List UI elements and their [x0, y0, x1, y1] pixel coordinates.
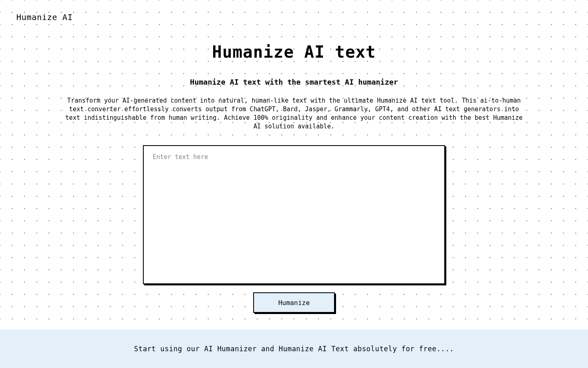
page-title: Humanize AI text — [212, 43, 376, 61]
main-content: Humanize AI text Humanize AI text with t… — [0, 22, 588, 313]
promo-banner: Start using our AI Humanizer and Humaniz… — [0, 330, 588, 368]
logo[interactable]: Humanize AI — [16, 12, 572, 22]
humanize-button[interactable]: Humanize — [253, 292, 335, 313]
page-description: Transform your AI-generated content into… — [61, 96, 527, 131]
text-input[interactable] — [143, 145, 445, 284]
banner-text: Start using our AI Humanizer and Humaniz… — [134, 345, 454, 353]
header: Humanize AI — [0, 0, 588, 22]
textarea-container — [143, 145, 445, 284]
page-subtitle: Humanize AI text with the smartest AI hu… — [190, 78, 398, 86]
